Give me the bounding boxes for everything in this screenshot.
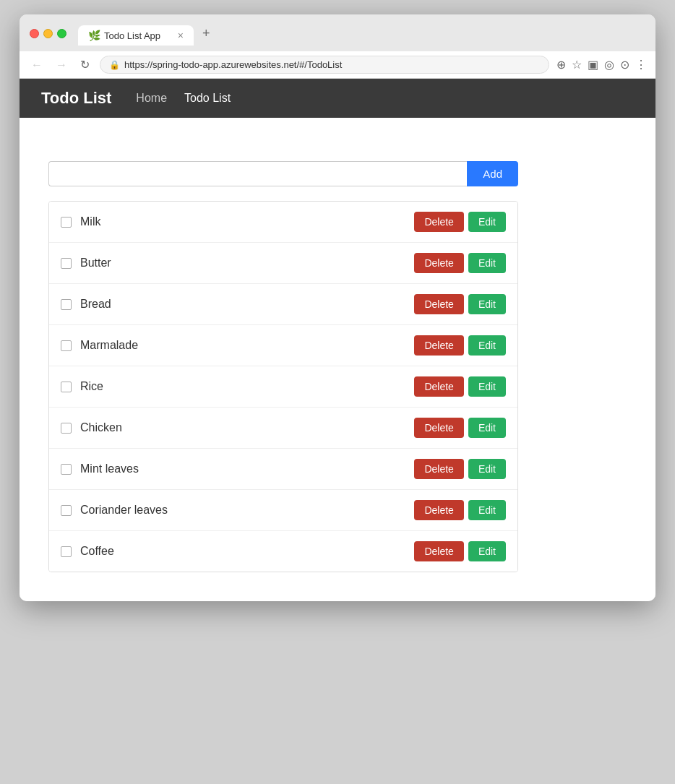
delete-button-2[interactable]: Delete bbox=[414, 294, 463, 314]
minimize-traffic-light[interactable] bbox=[43, 29, 53, 38]
todo-checkbox-7[interactable] bbox=[61, 505, 72, 516]
edit-button-4[interactable]: Edit bbox=[468, 376, 506, 397]
todo-checkbox-5[interactable] bbox=[61, 423, 72, 434]
add-form: Add bbox=[48, 161, 518, 186]
delete-button-1[interactable]: Delete bbox=[414, 253, 463, 273]
delete-button-6[interactable]: Delete bbox=[414, 459, 463, 479]
delete-button-3[interactable]: Delete bbox=[414, 335, 463, 356]
todo-actions-7: Delete Edit bbox=[414, 500, 506, 520]
shield-icon[interactable]: ◎ bbox=[604, 58, 614, 72]
back-button[interactable]: ← bbox=[28, 57, 46, 73]
traffic-lights bbox=[30, 29, 66, 38]
delete-button-5[interactable]: Delete bbox=[414, 418, 463, 438]
address-input[interactable]: 🔒 https://spring-todo-app.azurewebsites.… bbox=[100, 56, 549, 74]
todo-checkbox-4[interactable] bbox=[61, 382, 72, 392]
tab-label: Todo List App bbox=[104, 30, 173, 41]
menu-icon[interactable]: ⋮ bbox=[635, 58, 647, 72]
todo-actions-5: Delete Edit bbox=[414, 418, 506, 438]
reload-button[interactable]: ↻ bbox=[77, 56, 93, 73]
todo-checkbox-0[interactable] bbox=[61, 217, 72, 228]
todo-actions-2: Delete Edit bbox=[414, 294, 506, 314]
edit-button-6[interactable]: Edit bbox=[468, 459, 506, 479]
edit-button-2[interactable]: Edit bbox=[468, 294, 506, 314]
edit-button-0[interactable]: Edit bbox=[468, 212, 506, 232]
todo-actions-0: Delete Edit bbox=[414, 212, 506, 232]
edit-button-7[interactable]: Edit bbox=[468, 500, 506, 520]
todo-actions-1: Delete Edit bbox=[414, 253, 506, 273]
todo-actions-6: Delete Edit bbox=[414, 459, 506, 479]
todo-checkbox-3[interactable] bbox=[61, 340, 72, 351]
address-bar: ← → ↻ 🔒 https://spring-todo-app.azureweb… bbox=[20, 51, 655, 79]
lock-icon: 🔒 bbox=[109, 60, 120, 70]
edit-button-3[interactable]: Edit bbox=[468, 335, 506, 356]
tab-close-icon[interactable]: × bbox=[178, 30, 184, 40]
todo-item: Butter Delete Edit bbox=[49, 243, 517, 284]
todo-label-0: Milk bbox=[80, 215, 414, 228]
browser-actions: ⊕ ☆ ▣ ◎ ⊙ ⋮ bbox=[556, 58, 647, 72]
active-tab[interactable]: 🌿 Todo List App × bbox=[78, 25, 194, 46]
todo-checkbox-8[interactable] bbox=[61, 546, 72, 557]
todo-label-4: Rice bbox=[80, 380, 414, 393]
delete-button-7[interactable]: Delete bbox=[414, 500, 463, 520]
navbar-brand: Todo List bbox=[41, 89, 111, 108]
todo-label-2: Bread bbox=[80, 298, 414, 311]
title-bar: 🌿 Todo List App × + bbox=[20, 14, 655, 51]
todo-item: Bread Delete Edit bbox=[49, 284, 517, 325]
forward-button[interactable]: → bbox=[53, 57, 70, 73]
tab-bar: 🌿 Todo List App × + bbox=[78, 22, 218, 46]
maximize-traffic-light[interactable] bbox=[57, 29, 66, 38]
edit-button-1[interactable]: Edit bbox=[468, 253, 506, 273]
todo-checkbox-2[interactable] bbox=[61, 299, 72, 310]
todo-actions-8: Delete Edit bbox=[414, 541, 506, 561]
todo-item: Coffee Delete Edit bbox=[49, 531, 517, 572]
todo-item: Chicken Delete Edit bbox=[49, 408, 517, 449]
search-icon[interactable]: ⊕ bbox=[556, 58, 566, 72]
todo-list: Milk Delete Edit Butter Delete Edit Brea… bbox=[48, 201, 518, 572]
todo-label-1: Butter bbox=[80, 257, 414, 270]
navbar-todolist-link[interactable]: Todo List bbox=[184, 92, 231, 105]
todo-label-5: Chicken bbox=[80, 421, 414, 434]
bookmark-icon[interactable]: ☆ bbox=[572, 58, 582, 72]
todo-checkbox-1[interactable] bbox=[61, 258, 72, 269]
browser-window: 🌿 Todo List App × + ← → ↻ 🔒 https://spri… bbox=[20, 14, 655, 601]
main-content: Add Milk Delete Edit Butter Delete Edit … bbox=[20, 118, 655, 601]
address-text: https://spring-todo-app.azurewebsites.ne… bbox=[124, 59, 342, 70]
add-todo-input[interactable] bbox=[48, 161, 467, 186]
edit-button-8[interactable]: Edit bbox=[468, 541, 506, 561]
account-icon[interactable]: ⊙ bbox=[620, 58, 629, 72]
navbar: Todo List Home Todo List bbox=[20, 79, 655, 118]
todo-label-7: Coriander leaves bbox=[80, 504, 414, 517]
tab-favicon-icon: 🌿 bbox=[88, 30, 100, 41]
extensions-icon[interactable]: ▣ bbox=[588, 58, 598, 72]
delete-button-0[interactable]: Delete bbox=[414, 212, 463, 232]
todo-label-6: Mint leaves bbox=[80, 462, 414, 475]
add-todo-button[interactable]: Add bbox=[467, 161, 518, 186]
todo-item: Coriander leaves Delete Edit bbox=[49, 490, 517, 531]
edit-button-5[interactable]: Edit bbox=[468, 418, 506, 438]
todo-actions-4: Delete Edit bbox=[414, 376, 506, 397]
todo-label-8: Coffee bbox=[80, 545, 414, 558]
new-tab-button[interactable]: + bbox=[195, 22, 218, 46]
close-traffic-light[interactable] bbox=[30, 29, 39, 38]
todo-item: Mint leaves Delete Edit bbox=[49, 449, 517, 490]
todo-actions-3: Delete Edit bbox=[414, 335, 506, 356]
page-content: Todo List Home Todo List Add Milk Delete… bbox=[20, 79, 655, 601]
todo-item: Milk Delete Edit bbox=[49, 202, 517, 243]
navbar-home-link[interactable]: Home bbox=[136, 92, 167, 105]
todo-item: Marmalade Delete Edit bbox=[49, 325, 517, 366]
delete-button-8[interactable]: Delete bbox=[414, 541, 463, 561]
delete-button-4[interactable]: Delete bbox=[414, 376, 463, 397]
todo-label-3: Marmalade bbox=[80, 339, 414, 352]
todo-item: Rice Delete Edit bbox=[49, 366, 517, 408]
todo-checkbox-6[interactable] bbox=[61, 464, 72, 475]
